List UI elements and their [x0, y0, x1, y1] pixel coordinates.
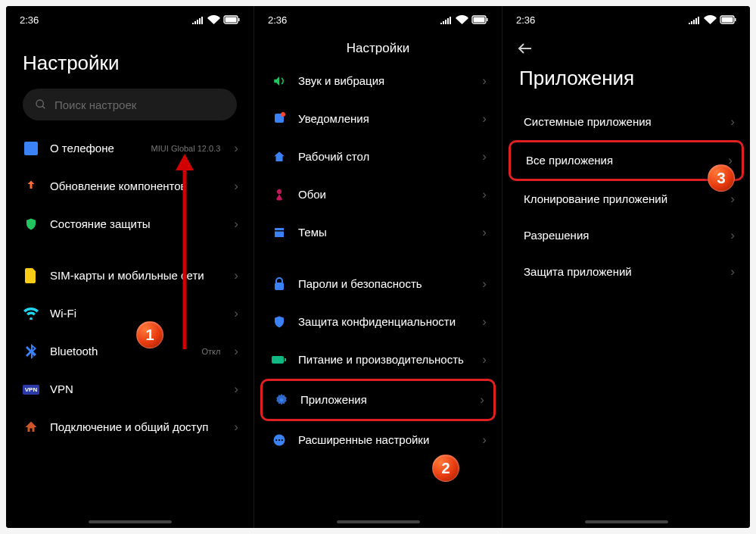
item-security[interactable]: Состояние защиты › — [6, 205, 254, 243]
item-permissions[interactable]: Разрешения › — [502, 217, 750, 254]
item-share[interactable]: Подключение и общий доступ › — [6, 408, 254, 446]
chevron-right-icon: › — [234, 268, 238, 283]
item-system-apps[interactable]: Системные приложения › — [502, 104, 750, 140]
step-badge-2: 2 — [432, 454, 459, 482]
item-bluetooth[interactable]: Bluetooth Откл › — [6, 333, 254, 370]
settings-scrolled-screen: 2:36 Настройки Звук и вибрация › Уведомл… — [254, 6, 502, 528]
vpn-icon: VPN — [23, 381, 39, 398]
notification-icon — [271, 111, 288, 127]
item-wifi[interactable]: Wi-Fi › — [6, 295, 254, 333]
chevron-right-icon: › — [234, 420, 238, 435]
apps-screen: 2:36 Приложения Системные приложения › В… — [502, 6, 750, 528]
back-button[interactable] — [515, 38, 536, 59]
item-label: Системные приложения — [524, 114, 730, 130]
svg-rect-8 — [487, 18, 488, 21]
chevron-right-icon: › — [730, 264, 735, 279]
item-label: Подключение и общий доступ — [50, 420, 223, 435]
shield-icon — [23, 216, 39, 233]
chevron-right-icon: › — [234, 179, 238, 194]
item-notifications[interactable]: Уведомления › — [254, 100, 502, 138]
item-label: Клонирование приложений — [524, 192, 730, 207]
chevron-right-icon: › — [234, 306, 238, 321]
search-placeholder: Поиск настроек — [54, 98, 136, 111]
item-battery[interactable]: Питание и производительность › — [254, 341, 502, 379]
item-label: Звук и вибрация — [298, 73, 471, 89]
sound-icon — [271, 73, 288, 89]
item-themes[interactable]: Темы › — [254, 214, 502, 251]
settings-list: Звук и вибрация › Уведомления › Рабочий … — [254, 62, 502, 459]
home-indicator[interactable] — [337, 520, 420, 523]
chevron-right-icon: › — [234, 344, 238, 359]
item-label: Темы — [298, 225, 471, 240]
item-label: Обои — [298, 187, 471, 202]
phone-icon — [23, 140, 39, 157]
home-indicator[interactable] — [585, 520, 668, 523]
themes-icon — [271, 224, 288, 241]
item-label: Обновление компонентов — [50, 179, 223, 194]
chevron-right-icon: › — [730, 114, 735, 130]
item-updates[interactable]: Обновление компонентов › — [6, 167, 254, 205]
item-label: Питание и производительность — [298, 352, 471, 367]
item-vpn[interactable]: VPN VPN › — [6, 370, 254, 408]
home-icon — [271, 148, 288, 165]
chevron-right-icon: › — [234, 382, 238, 397]
svg-rect-2 — [226, 17, 237, 23]
status-bar: 2:36 — [502, 6, 750, 33]
item-label: Все приложения — [526, 153, 728, 168]
search-input[interactable]: Поиск настроек — [23, 89, 237, 120]
chevron-right-icon: › — [482, 433, 487, 448]
item-wallpaper[interactable]: Обои › — [254, 176, 502, 214]
item-label: Приложения — [300, 392, 469, 408]
status-time: 2:36 — [268, 14, 287, 26]
home-indicator[interactable] — [89, 520, 172, 523]
status-time: 2:36 — [516, 14, 535, 26]
svg-rect-9 — [474, 17, 485, 23]
item-label: О телефоне — [50, 141, 141, 156]
item-sim[interactable]: SIM-карты и мобильные сети › — [6, 257, 254, 295]
svg-rect-22 — [722, 17, 733, 23]
item-advanced[interactable]: Расширенные настройки › — [254, 421, 502, 459]
item-sound[interactable]: Звук и вибрация › — [254, 62, 502, 100]
wifi-icon — [23, 305, 39, 322]
lock-icon — [271, 276, 288, 292]
item-home-screen[interactable]: Рабочий стол › — [254, 138, 502, 176]
chevron-right-icon: › — [730, 228, 735, 243]
privacy-icon — [271, 314, 288, 330]
gear-icon — [273, 392, 290, 408]
chevron-right-icon: › — [480, 392, 484, 408]
svg-point-19 — [282, 439, 283, 441]
item-label: Bluetooth — [50, 344, 191, 359]
item-apps[interactable]: Приложения › — [263, 381, 493, 419]
settings-list: О телефоне MIUI Global 12.0.3 › Обновлен… — [6, 130, 254, 446]
chevron-right-icon: › — [482, 314, 487, 329]
svg-point-18 — [278, 439, 280, 441]
chevron-right-icon: › — [482, 111, 487, 126]
svg-point-17 — [275, 439, 277, 441]
item-app-lock[interactable]: Защита приложений › — [502, 254, 750, 290]
page-title: Настройки — [254, 33, 502, 62]
step-badge-3: 3 — [708, 164, 735, 192]
svg-rect-14 — [285, 358, 286, 361]
share-icon — [23, 419, 39, 436]
status-icons — [689, 15, 736, 24]
svg-point-11 — [281, 112, 285, 117]
item-passwords[interactable]: Пароли и безопасность › — [254, 265, 502, 303]
svg-rect-1 — [238, 18, 240, 21]
page-title: Настройки — [6, 33, 254, 89]
more-icon — [271, 432, 288, 448]
sim-icon — [23, 267, 39, 284]
item-all-apps[interactable]: Все приложения › — [511, 142, 742, 179]
status-bar: 2:36 — [6, 6, 254, 33]
item-privacy[interactable]: Защита конфиденциальности › — [254, 303, 502, 341]
chevron-right-icon: › — [482, 187, 487, 202]
item-label: Разрешения — [524, 228, 730, 243]
item-sub: Откл — [201, 347, 220, 356]
item-label: SIM-карты и мобильные сети — [50, 268, 223, 283]
chevron-right-icon: › — [234, 217, 238, 232]
chevron-right-icon: › — [482, 352, 487, 367]
status-bar: 2:36 — [254, 6, 502, 33]
chevron-right-icon: › — [482, 149, 487, 164]
update-icon — [23, 178, 39, 195]
item-label: Состояние защиты — [50, 217, 223, 232]
item-about-phone[interactable]: О телефоне MIUI Global 12.0.3 › — [6, 130, 254, 167]
